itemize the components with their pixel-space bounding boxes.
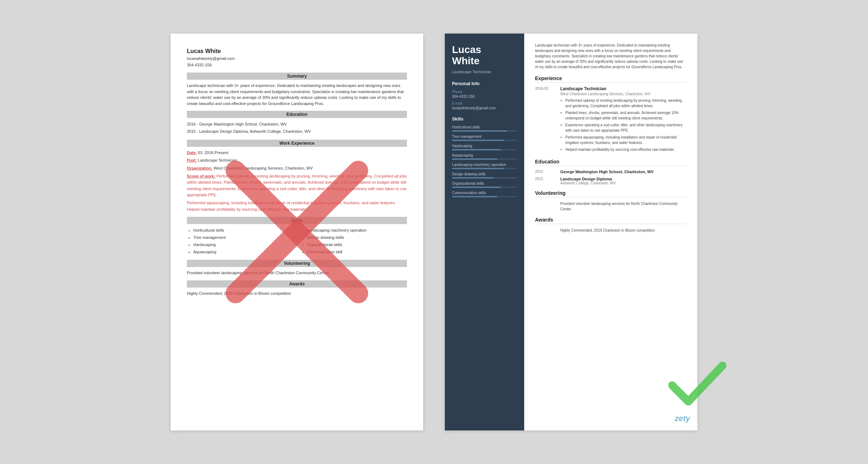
- exp-content: Landscape Technician West Charleston Lan…: [560, 86, 687, 154]
- left-resume-name: Lucas White: [187, 48, 407, 54]
- right-summary-text: Landscape technician with 3+ years of ex…: [535, 43, 687, 70]
- left-skill-item: Tree management: [193, 234, 293, 241]
- exp-bullet: Helped maintain profitability by sourcin…: [565, 147, 687, 152]
- left-skills-columns: Horticultural skillsTree managementHards…: [187, 227, 407, 255]
- right-skill-bar-fill: [452, 130, 507, 132]
- left-work-date: Date: 03. 2016-Present: [187, 150, 407, 156]
- left-skill-item: Design drawing skills: [307, 234, 407, 241]
- right-awards-title: Awards: [535, 217, 687, 224]
- right-skill-name: Design drawing skills: [452, 172, 517, 176]
- right-skill-bar-fill: [452, 187, 501, 188]
- right-education-section: 2015 George Washington High School, Char…: [535, 170, 687, 185]
- right-skill-bar-bg: [452, 130, 517, 132]
- right-skill-bar-bg: [452, 140, 517, 141]
- right-skill-bar: Design drawing skills: [452, 172, 517, 179]
- right-skill-bar-bg: [452, 177, 517, 179]
- left-work-scope: Scope of work: Performed upkeep of exist…: [187, 173, 407, 198]
- right-skill-name: Communication skills: [452, 191, 517, 195]
- right-resume-name: Lucas White: [452, 44, 517, 67]
- left-skills-list-left: Horticultural skillsTree managementHards…: [187, 227, 293, 255]
- left-skills-list-right: Landscaping machinery operationDesign dr…: [301, 227, 407, 255]
- left-work-org: Organization: West Charleston Landscapin…: [187, 165, 407, 172]
- right-skill-bar: Organizational skills: [452, 181, 517, 188]
- left-skill-item: Hardscaping: [193, 241, 293, 249]
- exp-job-title: Landscape Technician: [560, 86, 687, 91]
- right-volunteering-text: Provided volunteer landscaping services …: [560, 201, 687, 212]
- right-skill-bar-bg: [452, 196, 517, 197]
- right-experience-section: 2016-03 Landscape Technician West Charle…: [535, 86, 687, 154]
- right-personal-info-title: Personal Info: [452, 81, 517, 86]
- edu-school: George Washington High School, Charlesto…: [560, 170, 654, 174]
- right-skill-name: Aquascaping: [452, 153, 517, 157]
- right-skill-name: Organizational skills: [452, 181, 517, 185]
- right-resume-title: Landscape Technician: [452, 70, 517, 74]
- right-skill-bar-fill: [452, 196, 497, 197]
- right-phone-label: Phone: [452, 90, 517, 94]
- right-skill-name: Tree management: [452, 135, 517, 139]
- right-phone-value: 304-4332-158: [452, 95, 517, 99]
- right-skill-bar: Horticultural skills: [452, 125, 517, 132]
- left-work-title: Work Experience: [187, 140, 407, 147]
- left-edu-entry-1: 2016 - George Washington High School, Ch…: [187, 121, 407, 135]
- left-skills-title: Skills: [187, 217, 407, 224]
- left-resume-email: lucaswhitezety@gmail.com: [187, 56, 407, 62]
- right-skill-bar-bg: [452, 158, 517, 160]
- exp-bullets-list: Performed upkeep of existing landscaping…: [560, 98, 687, 152]
- right-education-title: Education: [535, 159, 687, 166]
- left-awards-title: Awards: [187, 280, 407, 288]
- right-skill-bar-bg: [452, 187, 517, 188]
- right-skill-bar-fill: [452, 149, 501, 150]
- left-resume-phone: 304-4332-158: [187, 62, 407, 69]
- left-skill-item: Communication skill: [307, 249, 407, 256]
- right-email-value: lucaswhitezety@gmail.com: [452, 106, 517, 110]
- right-experience-title: Experience: [535, 75, 687, 83]
- right-skill-bar-fill: [452, 168, 504, 169]
- right-skill-name: Landscaping machinery operation: [452, 163, 517, 167]
- left-skill-item: Landscaping machinery operation: [307, 227, 407, 234]
- right-skill-bar: Communication skills: [452, 191, 517, 197]
- exp-bullet: Performed upkeep of existing landscaping…: [565, 98, 687, 109]
- left-work-post: Post: Landscape Technician: [187, 157, 407, 164]
- edu-location: Ashworth College, Charleston, WV: [560, 181, 616, 185]
- right-resume: Lucas White Landscape Technician Persona…: [445, 34, 697, 430]
- left-work-scope2: Performed aquascaping, including install…: [187, 200, 407, 213]
- exp-bullet: Performed aquascaping, including install…: [565, 135, 687, 145]
- exp-company: West Charleston Landscaping Services, Ch…: [560, 92, 687, 96]
- left-volunteering-title: Volunteering: [187, 260, 407, 267]
- edu-year: 2015: [535, 177, 555, 185]
- right-volunteering-title: Volunteering: [535, 190, 687, 197]
- right-main-content: Landscape technician with 3+ years of ex…: [524, 34, 697, 430]
- left-skills-col-right: Landscaping machinery operationDesign dr…: [301, 227, 407, 255]
- left-skills-col-left: Horticultural skillsTree managementHards…: [187, 227, 293, 255]
- edu-content: George Washington High School, Charlesto…: [560, 170, 654, 174]
- right-skill-bar-bg: [452, 149, 517, 150]
- left-volunteering-text: Provided volunteer landscaping services …: [187, 270, 407, 276]
- edu-degree: Landscape Design Diploma: [560, 177, 616, 181]
- left-skill-item: Organizational skills: [307, 241, 407, 249]
- right-skill-name: Hardscaping: [452, 144, 517, 148]
- right-skill-bar: Aquascaping: [452, 153, 517, 160]
- edu-content: Landscape Design Diploma Ashworth Colleg…: [560, 177, 616, 185]
- exp-bullet: Experience operating a sod cutter, tille…: [565, 122, 687, 133]
- right-awards-text: Highly Commended, 2019 Charleston in Blo…: [560, 228, 687, 233]
- left-resume: Lucas White lucaswhitezety@gmail.com 304…: [171, 34, 423, 430]
- right-skill-bar-fill: [452, 177, 494, 179]
- right-skill-bar: Hardscaping: [452, 144, 517, 150]
- right-skills-bars: Horticultural skills Tree management Har…: [452, 125, 517, 197]
- left-education-title: Education: [187, 111, 407, 118]
- right-skill-bar-bg: [452, 168, 517, 169]
- right-edu-entry: 2015 George Washington High School, Char…: [535, 170, 687, 174]
- right-skills-title: Skills: [452, 117, 517, 122]
- right-exp-entry: 2016-03 Landscape Technician West Charle…: [535, 86, 687, 154]
- left-skill-item: Horticultural skills: [193, 227, 293, 234]
- right-sidebar: Lucas White Landscape Technician Persona…: [445, 34, 524, 430]
- left-summary-text: Landscape technician with 3+ years of ex…: [187, 83, 407, 106]
- exp-bullet: Planted trees, shrubs, perennials, and a…: [565, 110, 687, 121]
- left-awards-text: Highly Commended, 2019 Charleston in Blo…: [187, 290, 407, 297]
- right-skill-name: Horticultural skills: [452, 125, 517, 129]
- left-summary-title: Summary: [187, 73, 407, 80]
- right-edu-entry: 2015 Landscape Design Diploma Ashworth C…: [535, 177, 687, 185]
- right-skill-bar: Landscaping machinery operation: [452, 163, 517, 169]
- right-skill-bar: Tree management: [452, 135, 517, 141]
- zety-branding: zety: [675, 414, 690, 423]
